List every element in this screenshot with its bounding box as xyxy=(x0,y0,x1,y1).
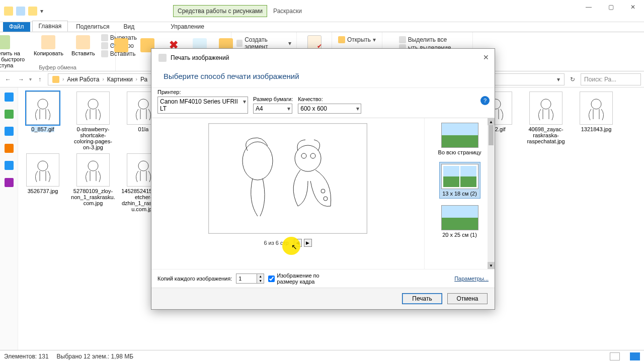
crumb-1[interactable]: Картинки xyxy=(105,76,135,83)
copies-label: Копий каждого изображения: xyxy=(157,276,232,282)
dialog-title-bar: Печать изображений ✕ xyxy=(151,49,495,67)
documents-icon[interactable] xyxy=(5,144,14,153)
qat: ▾ xyxy=(0,5,47,18)
dialog-footer-options: Копий каждого изображения: ▲▼ Изображени… xyxy=(151,269,495,288)
file-label: 0_857.gif xyxy=(31,126,54,132)
qat-icon[interactable] xyxy=(16,7,25,16)
params-link[interactable]: Параметры... xyxy=(454,276,489,282)
back-button[interactable]: ← xyxy=(3,76,13,83)
file-thumbnail xyxy=(76,92,110,125)
desktop-icon[interactable] xyxy=(5,110,14,119)
fit-checkbox[interactable]: Изображение по размеру кадра xyxy=(268,273,337,285)
file-item[interactable]: 0_857.gif xyxy=(20,92,65,150)
icons-view-button[interactable] xyxy=(630,352,640,360)
close-button[interactable]: ✕ xyxy=(622,0,644,14)
fit-checkbox-input[interactable] xyxy=(268,276,275,282)
statusbar: Элементов: 131 Выбрано 12 элем.: 1,98 МБ xyxy=(0,350,644,362)
spin-down-icon[interactable]: ▼ xyxy=(257,279,264,283)
folder-icon xyxy=(52,76,59,83)
copy-path-icon xyxy=(101,42,108,49)
tab-share[interactable]: Поделиться xyxy=(70,22,115,32)
pictures-icon[interactable] xyxy=(5,161,14,170)
print-button[interactable]: Печать xyxy=(402,293,442,304)
svg-point-2 xyxy=(138,99,148,109)
file-thumbnail xyxy=(76,153,110,187)
layout-option[interactable]: 13 x 18 см (2) xyxy=(439,162,480,199)
file-item[interactable]: 3526737.jpg xyxy=(20,153,65,212)
svg-point-20 xyxy=(310,153,315,158)
help-icon[interactable]: ? xyxy=(480,96,490,105)
picture-tools-tab[interactable]: Средства работы с рисунками xyxy=(173,5,267,17)
scroll-up-icon[interactable]: ▲ xyxy=(488,118,495,125)
svg-point-0 xyxy=(38,99,48,109)
layout-list[interactable]: Во всю страницу13 x 18 см (2)20 x 25 см … xyxy=(424,118,495,269)
paste-sc-icon xyxy=(101,50,108,57)
svg-point-1 xyxy=(88,99,98,109)
dialog-footer-buttons: Печать Отмена xyxy=(151,288,495,309)
tab-manage[interactable]: Управление xyxy=(165,22,210,32)
printer-icon xyxy=(158,54,167,62)
tab-home[interactable]: Главная xyxy=(32,21,68,32)
moveto-button[interactable]: ← xyxy=(112,37,130,53)
svg-point-14 xyxy=(138,161,148,171)
select-all-button[interactable]: Выделить все xyxy=(399,36,447,43)
print-dialog: Печать изображений ✕ Выберите способ печ… xyxy=(151,48,495,310)
crumb-2[interactable]: Ра xyxy=(138,76,149,83)
file-label: 3526737.jpg xyxy=(28,188,58,194)
file-item[interactable]: 0-strawberry-shortcake-coloring-pages-on… xyxy=(70,92,116,150)
thispc-icon[interactable] xyxy=(5,178,14,187)
svg-point-11 xyxy=(591,99,601,109)
layout-option[interactable]: Во всю страницу xyxy=(437,121,483,157)
titlebar: ▾ Средства работы с рисунками Раскраски … xyxy=(0,0,644,22)
refresh-button[interactable]: ↻ xyxy=(568,76,578,83)
print-preview xyxy=(208,123,367,234)
printer-select[interactable]: Canon MF4010 Series UFRII LT xyxy=(157,97,248,114)
svg-point-10 xyxy=(541,99,551,109)
dialog-close-button[interactable]: ✕ xyxy=(481,53,491,62)
fit-label: Изображение по размеру кадра xyxy=(277,273,337,285)
copies-spinbox[interactable]: ▲▼ xyxy=(236,274,264,284)
svg-point-18 xyxy=(295,145,321,171)
qat-dropdown-icon[interactable]: ▾ xyxy=(40,8,43,15)
pager-next-button[interactable]: ▶ xyxy=(304,239,312,247)
dialog-subtitle: Выберите способ печати изображений xyxy=(151,67,495,87)
maximize-button[interactable]: ▢ xyxy=(600,0,622,14)
scroll-thumb[interactable] xyxy=(489,125,494,145)
file-item[interactable]: 52780109_zloy-non_1_raskrasku.com.jpg xyxy=(70,153,116,212)
search-input[interactable]: Поиск: Ра... xyxy=(581,73,641,85)
quickaccess-icon[interactable] xyxy=(5,93,14,102)
quality-select[interactable]: 600 x 600 xyxy=(298,104,361,114)
minimize-button[interactable]: — xyxy=(578,0,600,14)
qat-icon[interactable] xyxy=(28,7,37,16)
printer-label: Принтер: xyxy=(157,89,248,95)
layout-option[interactable]: 20 x 25 см (1) xyxy=(440,204,480,239)
tab-view[interactable]: Вид xyxy=(117,22,140,32)
folder-icon[interactable] xyxy=(4,7,13,16)
file-item[interactable]: 40698_zayac-raskraska-raspechatat.jpg xyxy=(523,92,569,150)
layout-label: Во всю страницу xyxy=(438,149,481,155)
tab-file[interactable]: Файл xyxy=(3,22,30,32)
paper-select[interactable]: A4 xyxy=(253,104,292,114)
ribbon-tabs: Файл Главная Поделиться Вид Управление xyxy=(0,22,644,32)
downloads-icon[interactable] xyxy=(5,127,14,136)
history-dropdown-icon[interactable]: ▾ xyxy=(29,76,32,82)
new-item-icon xyxy=(236,40,243,47)
open-button[interactable]: Открыть▾ xyxy=(338,36,376,43)
cut-icon xyxy=(101,34,108,41)
select-all-icon xyxy=(399,36,406,43)
cancel-button[interactable]: Отмена xyxy=(447,293,488,304)
scroll-down-icon[interactable]: ▼ xyxy=(488,262,495,269)
svg-point-21 xyxy=(321,189,325,193)
layout-scrollbar[interactable]: ▲ ▼ xyxy=(488,118,495,269)
up-button[interactable]: ↑ xyxy=(35,76,45,83)
dialog-title: Печать изображений xyxy=(171,54,229,61)
file-item[interactable]: 1321843.jpg xyxy=(574,92,619,150)
file-label: 0-strawberry-shortcake-coloring-pages-on… xyxy=(70,126,116,150)
copies-input[interactable] xyxy=(236,274,257,283)
details-view-button[interactable] xyxy=(610,352,620,360)
forward-button[interactable]: → xyxy=(16,76,26,83)
status-selected: Выбрано 12 элем.: 1,98 МБ xyxy=(57,353,134,360)
spin-up-icon[interactable]: ▲ xyxy=(257,274,264,279)
crumb-0[interactable]: Аня Работа xyxy=(65,76,101,83)
file-thumbnail xyxy=(529,92,562,125)
